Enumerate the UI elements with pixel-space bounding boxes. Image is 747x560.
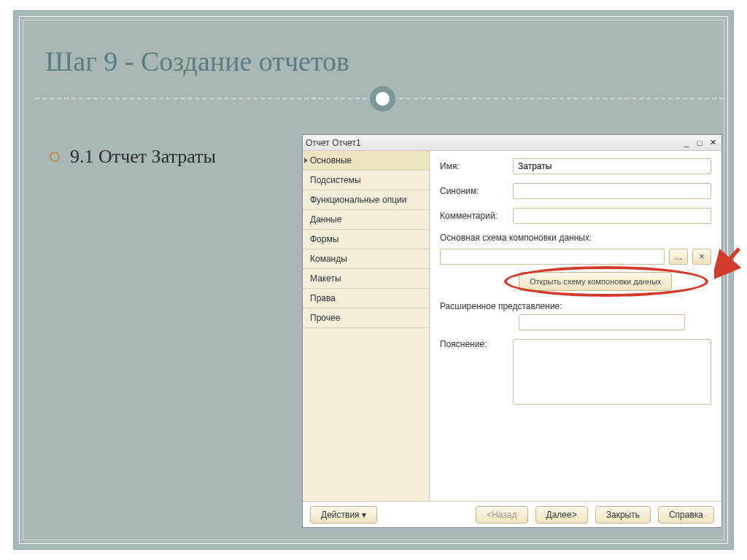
schema-clear-button[interactable]: × bbox=[692, 249, 711, 265]
sidebar-item-4[interactable]: Формы bbox=[303, 230, 429, 249]
extended-input[interactable] bbox=[519, 314, 685, 330]
sidebar-item-8[interactable]: Прочее bbox=[303, 308, 429, 328]
close-button[interactable]: Закрыть bbox=[595, 506, 651, 524]
schema-section-label: Основная схема компоновки данных: bbox=[440, 233, 711, 243]
explain-label: Пояснение: bbox=[440, 339, 507, 349]
actions-button[interactable]: Действия ▾ bbox=[310, 506, 377, 524]
svg-line-0 bbox=[719, 249, 739, 272]
comment-input[interactable] bbox=[513, 208, 711, 224]
slide-subtitle: 9.1 Отчет Затраты bbox=[70, 146, 216, 168]
arrow-annotation-icon bbox=[714, 247, 743, 279]
help-button[interactable]: Справка bbox=[658, 506, 714, 524]
slide-title: Шаг 9 - Создание отчетов bbox=[45, 45, 349, 77]
window-title: Отчет Отчет1 bbox=[306, 138, 361, 148]
sidebar-item-3[interactable]: Данные bbox=[303, 210, 429, 230]
minimize-icon[interactable]: _ bbox=[681, 138, 692, 148]
schema-ellipsis-button[interactable]: ... bbox=[669, 249, 688, 265]
form-area: Имя: Синоним: Комментарий: Основная схем… bbox=[430, 151, 721, 501]
sidebar-item-1[interactable]: Подсистемы bbox=[303, 171, 429, 190]
bullet-icon bbox=[50, 152, 60, 162]
schema-input[interactable] bbox=[440, 249, 665, 265]
open-schema-button[interactable]: Открыть схему компоновки данных bbox=[519, 272, 672, 291]
name-input[interactable] bbox=[513, 158, 711, 174]
sidebar-item-7[interactable]: Права bbox=[303, 289, 429, 308]
maximize-icon[interactable]: □ bbox=[694, 138, 705, 148]
circle-decoration bbox=[370, 86, 395, 112]
sidebar-item-2[interactable]: Функциональные опции bbox=[303, 190, 429, 210]
actions-button-label: Действия bbox=[321, 510, 360, 520]
titlebar: Отчет Отчет1 _ □ ✕ bbox=[303, 135, 721, 151]
report-window: Отчет Отчет1 _ □ ✕ ОсновныеПодсистемыФун… bbox=[302, 134, 722, 528]
synonym-input[interactable] bbox=[513, 183, 711, 199]
chevron-down-icon: ▾ bbox=[362, 510, 366, 520]
back-button[interactable]: <Назад bbox=[476, 506, 527, 524]
sidebar-item-0[interactable]: Основные bbox=[303, 151, 429, 171]
sidebar: ОсновныеПодсистемыФункциональные опцииДа… bbox=[303, 151, 430, 501]
next-button[interactable]: Далее> bbox=[535, 506, 588, 524]
sidebar-item-6[interactable]: Макеты bbox=[303, 269, 429, 289]
name-label: Имя: bbox=[440, 161, 513, 171]
close-window-icon[interactable]: ✕ bbox=[707, 138, 719, 148]
synonym-label: Синоним: bbox=[440, 186, 513, 196]
extended-label: Расширенное представление: bbox=[440, 301, 711, 311]
sidebar-item-5[interactable]: Команды bbox=[303, 249, 429, 269]
explain-textarea[interactable] bbox=[513, 339, 711, 405]
comment-label: Комментарий: bbox=[440, 211, 513, 221]
